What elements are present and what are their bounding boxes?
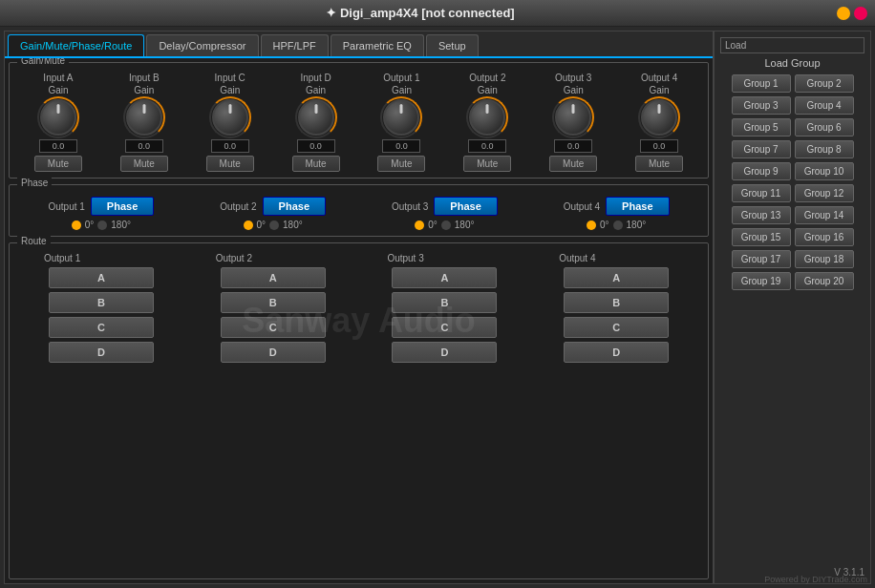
knob-container-1[interactable] [126,99,162,136]
win-btn-close[interactable] [854,7,867,20]
gain-label-7: Gain [650,85,670,95]
route-btn-0-a[interactable]: A [49,267,154,288]
group-btn-group-8[interactable]: Group 8 [795,140,854,158]
mute-btn-1[interactable]: Mute [120,156,168,172]
tab-eq[interactable]: Parametric EQ [331,34,424,56]
route-btn-1-c[interactable]: C [221,317,326,338]
knob-container-6[interactable] [555,99,591,136]
group-btn-group-9[interactable]: Group 9 [732,162,791,180]
group-btn-group-13[interactable]: Group 13 [732,206,791,224]
route-btn-3-c[interactable]: C [564,317,669,338]
group-btn-group-4[interactable]: Group 4 [795,96,854,115]
value-box-2[interactable]: 0.0 [211,139,249,153]
phase-channel-0: Output 1 Phase 0° 180° [30,197,173,230]
mute-btn-3[interactable]: Mute [292,156,340,172]
mute-btn-4[interactable]: Mute [377,156,425,172]
group-btn-group-17[interactable]: Group 17 [732,250,791,268]
knob-container-3[interactable] [298,99,334,136]
knob-1[interactable] [126,99,162,136]
group-btn-group-19[interactable]: Group 19 [732,272,791,290]
phase-deg180-1: 180° [283,220,303,230]
phase-deg-row-1: 0° 180° [244,220,303,230]
tab-setup[interactable]: Setup [426,34,479,56]
knob-7[interactable] [641,99,677,136]
value-box-7[interactable]: 0.0 [640,139,678,153]
title-text: ✦ Digi_amp4X4 [not connected] [8,6,833,20]
route-btn-3-b[interactable]: B [564,292,669,313]
tab-gain-mute[interactable]: Gain/Mute/Phase/Route [8,34,144,56]
group-buttons: Group 1Group 2Group 3Group 4Group 5Group… [720,74,864,294]
value-box-4[interactable]: 0.0 [382,139,420,153]
phase-channel-2: Output 3 Phase 0° 180° [373,197,516,230]
group-btn-group-12[interactable]: Group 12 [795,184,854,202]
group-row-5: Group 11Group 12 [720,184,864,202]
phase-dot-on-2 [415,220,424,230]
channel-label-6: Output 3 [555,73,591,83]
route-btn-0-c[interactable]: C [49,317,154,338]
mute-btn-2[interactable]: Mute [206,156,254,172]
value-box-1[interactable]: 0.0 [125,139,163,153]
group-btn-group-5[interactable]: Group 5 [732,118,791,136]
phase-deg180-0: 180° [111,220,131,230]
knob-container-5[interactable] [469,99,505,136]
group-btn-group-11[interactable]: Group 11 [732,184,791,202]
gain-channel-0: Input A Gain 0.0 Mute [22,73,94,172]
group-btn-group-1[interactable]: Group 1 [732,74,791,93]
knob-3[interactable] [298,99,334,136]
mute-btn-5[interactable]: Mute [463,156,511,172]
value-box-3[interactable]: 0.0 [297,139,335,153]
value-box-0[interactable]: 0.0 [39,139,77,153]
phase-deg0-2: 0° [428,220,438,230]
route-btn-2-c[interactable]: C [392,317,497,338]
phase-btn-0[interactable]: Phase [91,197,154,216]
mute-btn-0[interactable]: Mute [34,156,82,172]
route-btn-2-a[interactable]: A [392,267,497,288]
route-btn-1-d[interactable]: D [221,342,326,363]
route-label: Route [17,236,51,246]
left-panel: Gain/Mute/Phase/Route Delay/Compressor H… [4,31,714,584]
group-btn-group-14[interactable]: Group 14 [795,206,854,224]
route-btn-1-b[interactable]: B [221,292,326,313]
knob-2[interactable] [212,99,248,136]
route-btn-2-b[interactable]: B [392,292,497,313]
route-btn-2-d[interactable]: D [392,342,497,363]
channel-label-5: Output 2 [469,73,505,83]
load-group-label: Load Group [720,57,864,69]
tab-delay[interactable]: Delay/Compressor [146,34,258,56]
knob-container-4[interactable] [383,99,419,136]
knob-container-0[interactable] [40,99,76,136]
title-bar: ✦ Digi_amp4X4 [not connected] [0,0,875,27]
phase-btn-3[interactable]: Phase [606,197,669,216]
route-btn-0-d[interactable]: D [49,342,154,363]
route-btn-0-b[interactable]: B [49,292,154,313]
win-btn-min[interactable] [837,7,850,20]
group-btn-group-7[interactable]: Group 7 [732,140,791,158]
group-btn-group-15[interactable]: Group 15 [732,228,791,246]
mute-btn-6[interactable]: Mute [549,156,597,172]
group-btn-group-20[interactable]: Group 20 [795,272,854,290]
route-btn-3-a[interactable]: A [564,267,669,288]
knob-6[interactable] [555,99,591,136]
route-btn-1-a[interactable]: A [221,267,326,288]
group-row-3: Group 7Group 8 [720,140,864,158]
phase-btn-1[interactable]: Phase [263,197,326,216]
group-btn-group-3[interactable]: Group 3 [732,96,791,115]
value-box-6[interactable]: 0.0 [554,139,592,153]
gain-label-4: Gain [392,85,412,95]
phase-deg0-1: 0° [257,220,267,230]
mute-btn-7[interactable]: Mute [635,156,683,172]
group-btn-group-16[interactable]: Group 16 [795,228,854,246]
gain-channel-7: Output 4 Gain 0.0 Mute [624,73,695,172]
tab-hpf[interactable]: HPF/LPF [261,34,329,56]
route-btn-3-d[interactable]: D [564,342,669,363]
knob-0[interactable] [40,99,76,136]
group-btn-group-18[interactable]: Group 18 [795,250,854,268]
phase-btn-2[interactable]: Phase [434,197,497,216]
group-btn-group-6[interactable]: Group 6 [795,118,854,136]
route-channel-label-0: Output 1 [44,253,80,263]
group-btn-group-10[interactable]: Group 10 [795,162,854,180]
knob-container-7[interactable] [641,99,677,136]
group-btn-group-2[interactable]: Group 2 [795,74,854,93]
value-box-5[interactable]: 0.0 [468,139,506,153]
knob-container-2[interactable] [212,99,248,136]
